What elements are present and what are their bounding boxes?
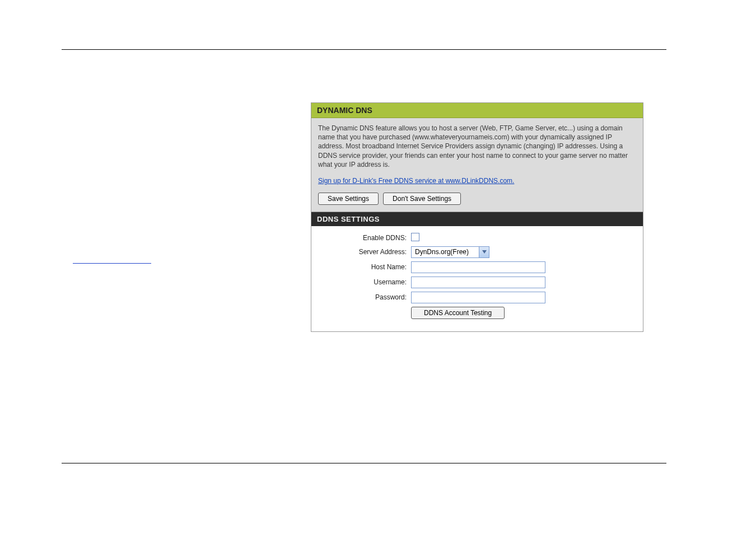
host-name-row: Host Name: xyxy=(318,261,636,273)
description-box: The Dynamic DNS feature allows you to ho… xyxy=(311,118,643,212)
username-row: Username: xyxy=(318,277,636,288)
server-address-value: DynDns.org(Free) xyxy=(412,247,479,257)
username-label: Username: xyxy=(318,278,411,286)
settings-header-dark: DDNS SETTINGS xyxy=(311,212,643,226)
ddns-account-testing-button[interactable]: DDNS Account Testing xyxy=(411,307,505,319)
host-name-input[interactable] xyxy=(411,261,545,273)
server-address-label: Server Address: xyxy=(318,248,411,256)
enable-ddns-label: Enable DDNS: xyxy=(318,234,411,242)
panel-title: DYNAMIC DNS xyxy=(317,106,637,115)
divider-bottom xyxy=(62,463,666,463)
settings-form: Enable DDNS: Server Address: DynDns.org(… xyxy=(311,226,643,331)
enable-ddns-checkbox[interactable] xyxy=(411,233,419,241)
ddns-panel: DYNAMIC DNS The Dynamic DNS feature allo… xyxy=(311,102,643,332)
chevron-down-icon xyxy=(479,247,489,257)
username-input[interactable] xyxy=(411,277,545,288)
divider-top xyxy=(62,49,666,50)
test-button-row: DDNS Account Testing xyxy=(318,307,636,319)
host-name-label: Host Name: xyxy=(318,263,411,271)
signup-link[interactable]: Sign up for D-Link's Free DDNS service a… xyxy=(318,177,514,185)
dont-save-settings-button[interactable]: Don't Save Settings xyxy=(383,193,461,205)
password-row: Password: xyxy=(318,292,636,303)
description-text: The Dynamic DNS feature allows you to ho… xyxy=(318,124,636,169)
server-address-row: Server Address: DynDns.org(Free) xyxy=(318,246,636,258)
server-address-select[interactable]: DynDns.org(Free) xyxy=(411,246,489,258)
button-row: Save Settings Don't Save Settings xyxy=(318,193,636,205)
hidden-link-underline xyxy=(73,263,151,264)
password-input[interactable] xyxy=(411,292,545,303)
settings-title: DDNS SETTINGS xyxy=(317,215,637,223)
save-settings-button[interactable]: Save Settings xyxy=(318,193,379,205)
enable-ddns-row: Enable DDNS: xyxy=(318,233,636,243)
panel-header-green: DYNAMIC DNS xyxy=(311,103,643,118)
password-label: Password: xyxy=(318,293,411,301)
